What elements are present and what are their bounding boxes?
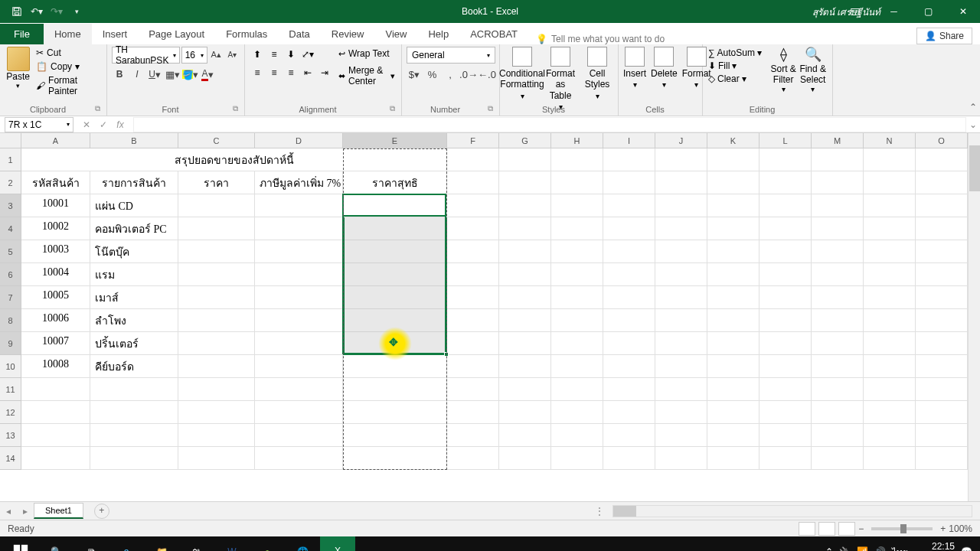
cell-A11[interactable]: [21, 378, 90, 401]
cell-F12[interactable]: [447, 401, 499, 424]
decrease-font-icon[interactable]: A▾: [225, 47, 240, 62]
row-header-2[interactable]: 2: [0, 171, 21, 194]
tab-formulas[interactable]: Formulas: [215, 24, 278, 44]
cell-J13[interactable]: [655, 424, 707, 447]
cell-N13[interactable]: [864, 424, 916, 447]
cell-I6[interactable]: [603, 263, 655, 286]
alignment-launcher[interactable]: ⧉: [390, 104, 399, 113]
cancel-formula-icon[interactable]: ✕: [80, 119, 93, 130]
decrease-decimal-icon[interactable]: ←.0: [479, 67, 495, 82]
cell-M10[interactable]: [812, 355, 864, 378]
cell-J12[interactable]: [655, 401, 707, 424]
page-layout-view-icon[interactable]: [818, 522, 835, 536]
percent-format-icon[interactable]: %: [425, 67, 440, 82]
col-header-E[interactable]: E: [343, 133, 447, 148]
cell-B8[interactable]: ลำโพง: [90, 309, 178, 332]
align-left-icon[interactable]: ≡: [250, 65, 265, 80]
insert-cells-button[interactable]: Insert▾: [623, 47, 646, 90]
zoom-out-icon[interactable]: −: [858, 523, 864, 534]
cell-J10[interactable]: [655, 355, 707, 378]
tell-me-search[interactable]: 💡 Tell me what you want to do: [536, 34, 665, 44]
cell-G12[interactable]: [499, 401, 551, 424]
cell-M13[interactable]: [812, 424, 864, 447]
cell-H4[interactable]: [551, 217, 603, 240]
cell-C8[interactable]: [178, 309, 255, 332]
cell-O13[interactable]: [916, 424, 968, 447]
cell-O1[interactable]: [916, 148, 968, 171]
cell-B10[interactable]: คีย์บอร์ด: [90, 355, 178, 378]
cell-C4[interactable]: [178, 217, 255, 240]
cell-A13[interactable]: [21, 424, 90, 447]
language-indicator[interactable]: ไทย: [892, 545, 908, 552]
cell-A5[interactable]: 10003: [21, 240, 90, 263]
cell-H12[interactable]: [551, 401, 603, 424]
cell-I7[interactable]: [603, 286, 655, 309]
tab-data[interactable]: Data: [278, 24, 320, 44]
format-painter-button[interactable]: 🖌 Format Painter: [34, 74, 102, 97]
cell-D4[interactable]: [255, 217, 343, 240]
autosum-button[interactable]: ∑ AutoSum ▾: [707, 47, 763, 59]
cell-F11[interactable]: [447, 378, 499, 401]
row-header-1[interactable]: 1: [0, 148, 21, 171]
cell-M7[interactable]: [812, 286, 864, 309]
sheet-nav-next-icon[interactable]: ▸: [17, 506, 34, 517]
cell-L6[interactable]: [760, 263, 812, 286]
col-header-A[interactable]: A: [21, 133, 90, 148]
cell-E13[interactable]: [343, 424, 447, 447]
sheet-nav-prev-icon[interactable]: ◂: [0, 506, 17, 517]
power-icon[interactable]: 🔌: [839, 546, 851, 551]
cell-K4[interactable]: [707, 217, 760, 240]
conditional-formatting-button[interactable]: Conditional Formatting▾: [505, 47, 540, 112]
save-icon[interactable]: [8, 2, 26, 21]
cell-E5[interactable]: [343, 240, 447, 263]
italic-button[interactable]: I: [129, 67, 145, 82]
col-header-F[interactable]: F: [447, 133, 499, 148]
cell-K7[interactable]: [707, 286, 760, 309]
cell-K1[interactable]: [707, 148, 760, 171]
start-button[interactable]: [3, 536, 38, 551]
copy-button[interactable]: 📋 Copy ▾: [34, 60, 102, 73]
cell-G13[interactable]: [499, 424, 551, 447]
add-sheet-icon[interactable]: +: [94, 504, 109, 519]
cell-N6[interactable]: [864, 263, 916, 286]
row-header-3[interactable]: 3: [0, 194, 21, 217]
share-button[interactable]: 👤 Share: [916, 28, 972, 44]
cell-I11[interactable]: [603, 378, 655, 401]
cell-F2[interactable]: [447, 171, 499, 194]
cell-H11[interactable]: [551, 378, 603, 401]
col-header-I[interactable]: I: [603, 133, 655, 148]
cell-I13[interactable]: [603, 424, 655, 447]
align-top-icon[interactable]: ⬆: [250, 47, 265, 62]
cell-N9[interactable]: [864, 332, 916, 355]
cell-O14[interactable]: [916, 447, 968, 470]
normal-view-icon[interactable]: [799, 522, 815, 536]
bold-button[interactable]: B: [112, 67, 127, 82]
cell-M2[interactable]: [812, 171, 864, 194]
cell-C10[interactable]: [178, 355, 255, 378]
cell-A7[interactable]: 10005: [21, 286, 90, 309]
align-right-icon[interactable]: ≡: [283, 65, 299, 80]
row-header-13[interactable]: 13: [0, 424, 21, 447]
fx-icon[interactable]: fx: [113, 119, 127, 130]
zoom-level[interactable]: 100%: [949, 523, 972, 534]
col-header-N[interactable]: N: [864, 133, 916, 148]
cell-L10[interactable]: [760, 355, 812, 378]
cell-K8[interactable]: [707, 309, 760, 332]
cell-K10[interactable]: [707, 355, 760, 378]
cell-D5[interactable]: [255, 240, 343, 263]
cell-N14[interactable]: [864, 447, 916, 470]
cell-A14[interactable]: [21, 447, 90, 470]
cell-M5[interactable]: [812, 240, 864, 263]
enter-formula-icon[interactable]: ✓: [96, 119, 110, 130]
zoom-slider[interactable]: [871, 527, 933, 530]
cell-C9[interactable]: [178, 332, 255, 355]
store-icon[interactable]: 🛍: [179, 536, 214, 551]
cell-M11[interactable]: [812, 378, 864, 401]
cell-A8[interactable]: 10006: [21, 309, 90, 332]
cell-H1[interactable]: [551, 148, 603, 171]
cell-H14[interactable]: [551, 447, 603, 470]
cell-N2[interactable]: [864, 171, 916, 194]
border-button[interactable]: ▦▾: [165, 67, 180, 82]
excel-icon[interactable]: X: [320, 536, 355, 551]
cell-L1[interactable]: [760, 148, 812, 171]
